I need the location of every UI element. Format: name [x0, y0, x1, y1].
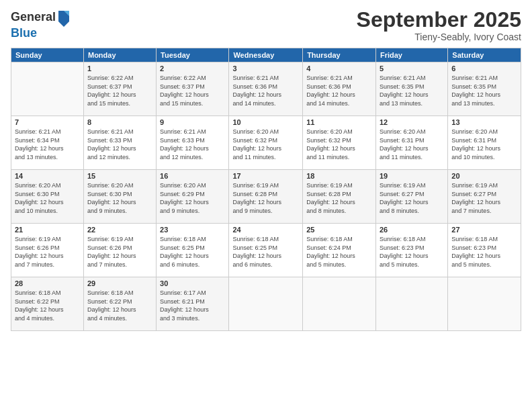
calendar-week-row: 28Sunrise: 6:18 AM Sunset: 6:22 PM Dayli… — [11, 277, 521, 331]
day-info: Sunrise: 6:19 AM Sunset: 6:28 PM Dayligh… — [306, 181, 372, 215]
table-row — [303, 277, 376, 331]
table-row: 24Sunrise: 6:18 AM Sunset: 6:25 PM Dayli… — [229, 224, 303, 277]
table-row: 29Sunrise: 6:18 AM Sunset: 6:22 PM Dayli… — [83, 277, 156, 331]
day-info: Sunrise: 6:18 AM Sunset: 6:25 PM Dayligh… — [160, 235, 225, 269]
day-number: 28 — [15, 279, 80, 287]
day-number: 9 — [160, 118, 225, 126]
day-info: Sunrise: 6:19 AM Sunset: 6:26 PM Dayligh… — [15, 235, 80, 269]
table-row: 17Sunrise: 6:19 AM Sunset: 6:28 PM Dayli… — [229, 170, 303, 224]
table-row: 4Sunrise: 6:21 AM Sunset: 6:36 PM Daylig… — [303, 62, 376, 116]
day-info: Sunrise: 6:21 AM Sunset: 6:33 PM Dayligh… — [160, 128, 225, 161]
day-info: Sunrise: 6:20 AM Sunset: 6:30 PM Dayligh… — [15, 181, 80, 215]
day-info: Sunrise: 6:18 AM Sunset: 6:22 PM Dayligh… — [15, 289, 80, 322]
day-info: Sunrise: 6:20 AM Sunset: 6:32 PM Dayligh… — [232, 128, 299, 161]
table-row: 28Sunrise: 6:18 AM Sunset: 6:22 PM Dayli… — [11, 277, 84, 331]
day-info: Sunrise: 6:18 AM Sunset: 6:25 PM Dayligh… — [232, 235, 299, 269]
day-number: 1 — [87, 64, 152, 73]
day-info: Sunrise: 6:20 AM Sunset: 6:30 PM Dayligh… — [87, 181, 152, 215]
header: General Blue September 2025 Tieny-Seably… — [11, 8, 521, 42]
table-row: 9Sunrise: 6:21 AM Sunset: 6:33 PM Daylig… — [157, 116, 229, 170]
table-row: 30Sunrise: 6:17 AM Sunset: 6:21 PM Dayli… — [157, 277, 229, 331]
table-row: 22Sunrise: 6:19 AM Sunset: 6:26 PM Dayli… — [83, 224, 156, 277]
day-number: 30 — [160, 279, 225, 287]
day-number: 2 — [160, 64, 225, 73]
day-info: Sunrise: 6:19 AM Sunset: 6:28 PM Dayligh… — [232, 181, 299, 215]
table-row: 14Sunrise: 6:20 AM Sunset: 6:30 PM Dayli… — [11, 170, 84, 224]
day-number: 20 — [451, 172, 517, 180]
day-number: 19 — [380, 172, 444, 180]
day-info: Sunrise: 6:18 AM Sunset: 6:23 PM Dayligh… — [380, 235, 444, 269]
calendar-week-row: 14Sunrise: 6:20 AM Sunset: 6:30 PM Dayli… — [11, 170, 521, 224]
col-tuesday: Tuesday — [157, 48, 229, 62]
day-info: Sunrise: 6:20 AM Sunset: 6:31 PM Dayligh… — [451, 128, 517, 161]
table-row: 3Sunrise: 6:21 AM Sunset: 6:36 PM Daylig… — [229, 62, 303, 116]
table-row: 19Sunrise: 6:19 AM Sunset: 6:27 PM Dayli… — [375, 170, 447, 224]
logo: General Blue — [11, 8, 71, 40]
day-info: Sunrise: 6:17 AM Sunset: 6:21 PM Dayligh… — [160, 289, 225, 322]
table-row: 20Sunrise: 6:19 AM Sunset: 6:27 PM Dayli… — [448, 170, 521, 224]
table-row: 23Sunrise: 6:18 AM Sunset: 6:25 PM Dayli… — [157, 224, 229, 277]
day-number: 8 — [87, 118, 152, 126]
col-friday: Friday — [375, 48, 447, 62]
day-number: 17 — [232, 172, 299, 180]
table-row: 12Sunrise: 6:20 AM Sunset: 6:31 PM Dayli… — [375, 116, 447, 170]
day-number: 13 — [451, 118, 517, 126]
table-row: 21Sunrise: 6:19 AM Sunset: 6:26 PM Dayli… — [11, 224, 84, 277]
day-info: Sunrise: 6:21 AM Sunset: 6:35 PM Dayligh… — [451, 74, 517, 107]
table-row: 10Sunrise: 6:20 AM Sunset: 6:32 PM Dayli… — [229, 116, 303, 170]
table-row: 6Sunrise: 6:21 AM Sunset: 6:35 PM Daylig… — [448, 62, 521, 116]
day-number: 12 — [380, 118, 444, 126]
day-info: Sunrise: 6:21 AM Sunset: 6:35 PM Dayligh… — [380, 74, 444, 107]
logo-blue: Blue — [11, 27, 71, 40]
day-number: 15 — [87, 172, 152, 180]
table-row: 2Sunrise: 6:22 AM Sunset: 6:37 PM Daylig… — [157, 62, 229, 116]
table-row — [229, 277, 303, 331]
table-row: 11Sunrise: 6:20 AM Sunset: 6:32 PM Dayli… — [303, 116, 376, 170]
day-info: Sunrise: 6:18 AM Sunset: 6:22 PM Dayligh… — [87, 289, 152, 322]
table-row: 16Sunrise: 6:20 AM Sunset: 6:29 PM Dayli… — [157, 170, 229, 224]
table-row: 8Sunrise: 6:21 AM Sunset: 6:33 PM Daylig… — [83, 116, 156, 170]
day-number: 6 — [451, 64, 517, 73]
table-row: 18Sunrise: 6:19 AM Sunset: 6:28 PM Dayli… — [303, 170, 376, 224]
day-info: Sunrise: 6:20 AM Sunset: 6:32 PM Dayligh… — [306, 128, 372, 161]
day-info: Sunrise: 6:19 AM Sunset: 6:27 PM Dayligh… — [451, 181, 517, 215]
table-row: 7Sunrise: 6:21 AM Sunset: 6:34 PM Daylig… — [11, 116, 84, 170]
table-row: 25Sunrise: 6:18 AM Sunset: 6:24 PM Dayli… — [303, 224, 376, 277]
day-info: Sunrise: 6:19 AM Sunset: 6:27 PM Dayligh… — [380, 181, 444, 215]
day-number: 7 — [15, 118, 80, 126]
day-number: 25 — [306, 226, 372, 234]
table-row: 13Sunrise: 6:20 AM Sunset: 6:31 PM Dayli… — [448, 116, 521, 170]
table-row: 26Sunrise: 6:18 AM Sunset: 6:23 PM Dayli… — [375, 224, 447, 277]
logo-icon — [57, 8, 71, 27]
day-info: Sunrise: 6:21 AM Sunset: 6:33 PM Dayligh… — [87, 128, 152, 161]
day-number: 10 — [232, 118, 299, 126]
title-block: September 2025 Tieny-Seably, Ivory Coast — [357, 8, 521, 42]
day-info: Sunrise: 6:20 AM Sunset: 6:29 PM Dayligh… — [160, 181, 225, 215]
calendar-week-row: 7Sunrise: 6:21 AM Sunset: 6:34 PM Daylig… — [11, 116, 521, 170]
table-row: 15Sunrise: 6:20 AM Sunset: 6:30 PM Dayli… — [83, 170, 156, 224]
month-title: September 2025 — [357, 8, 521, 32]
day-info: Sunrise: 6:22 AM Sunset: 6:37 PM Dayligh… — [87, 74, 152, 107]
col-thursday: Thursday — [303, 48, 376, 62]
col-wednesday: Wednesday — [229, 48, 303, 62]
calendar-header-row: Sunday Monday Tuesday Wednesday Thursday… — [11, 48, 521, 62]
day-number: 22 — [87, 226, 152, 234]
table-row: 1Sunrise: 6:22 AM Sunset: 6:37 PM Daylig… — [83, 62, 156, 116]
day-info: Sunrise: 6:22 AM Sunset: 6:37 PM Dayligh… — [160, 74, 225, 107]
col-sunday: Sunday — [11, 48, 84, 62]
col-monday: Monday — [83, 48, 156, 62]
calendar: Sunday Monday Tuesday Wednesday Thursday… — [11, 48, 521, 331]
calendar-week-row: 21Sunrise: 6:19 AM Sunset: 6:26 PM Dayli… — [11, 224, 521, 277]
day-info: Sunrise: 6:19 AM Sunset: 6:26 PM Dayligh… — [87, 235, 152, 269]
day-info: Sunrise: 6:18 AM Sunset: 6:24 PM Dayligh… — [306, 235, 372, 269]
location: Tieny-Seably, Ivory Coast — [357, 32, 521, 42]
day-info: Sunrise: 6:18 AM Sunset: 6:23 PM Dayligh… — [451, 235, 517, 269]
day-info: Sunrise: 6:21 AM Sunset: 6:36 PM Dayligh… — [232, 74, 299, 107]
day-number: 5 — [380, 64, 444, 73]
day-number: 21 — [15, 226, 80, 234]
table-row — [375, 277, 447, 331]
table-row — [448, 277, 521, 331]
day-number: 18 — [306, 172, 372, 180]
day-info: Sunrise: 6:21 AM Sunset: 6:34 PM Dayligh… — [15, 128, 80, 161]
day-number: 4 — [306, 64, 372, 73]
